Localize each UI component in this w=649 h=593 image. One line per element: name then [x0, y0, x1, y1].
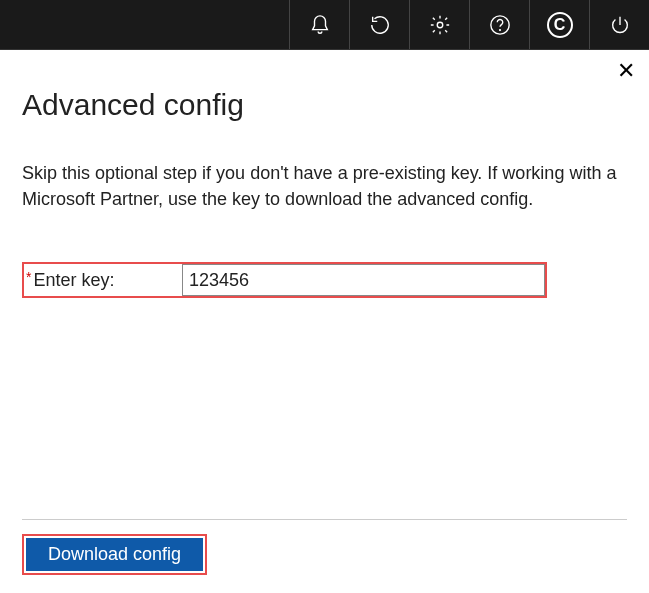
- refresh-icon: [369, 14, 391, 36]
- refresh-button[interactable]: [349, 0, 409, 49]
- required-mark: *: [26, 269, 31, 285]
- close-button[interactable]: ✕: [617, 60, 635, 82]
- enter-key-label-text: Enter key:: [33, 270, 114, 291]
- panel-footer: Download config: [22, 519, 627, 593]
- bell-icon: [309, 14, 331, 36]
- copyright-button[interactable]: C: [529, 0, 589, 49]
- settings-button[interactable]: [409, 0, 469, 49]
- description-text: Skip this optional step if you don't hav…: [22, 160, 627, 212]
- advanced-config-panel: ✕ Advanced config Skip this optional ste…: [0, 50, 649, 593]
- svg-point-2: [499, 29, 500, 30]
- download-config-button[interactable]: Download config: [26, 538, 203, 571]
- download-config-highlight: Download config: [22, 534, 207, 575]
- help-icon: [489, 14, 511, 36]
- enter-key-label: * Enter key:: [24, 264, 182, 296]
- help-button[interactable]: [469, 0, 529, 49]
- copyright-icon: C: [547, 12, 573, 38]
- gear-icon: [429, 14, 451, 36]
- power-icon: [609, 14, 631, 36]
- panel-body: Advanced config Skip this optional step …: [22, 50, 627, 519]
- svg-point-1: [490, 15, 508, 33]
- notifications-button[interactable]: [289, 0, 349, 49]
- svg-point-0: [437, 22, 443, 28]
- page-title: Advanced config: [22, 88, 627, 122]
- topbar: C: [0, 0, 649, 50]
- enter-key-field-row: * Enter key:: [22, 262, 547, 298]
- power-button[interactable]: [589, 0, 649, 49]
- close-icon: ✕: [617, 58, 635, 83]
- enter-key-input[interactable]: [182, 264, 545, 296]
